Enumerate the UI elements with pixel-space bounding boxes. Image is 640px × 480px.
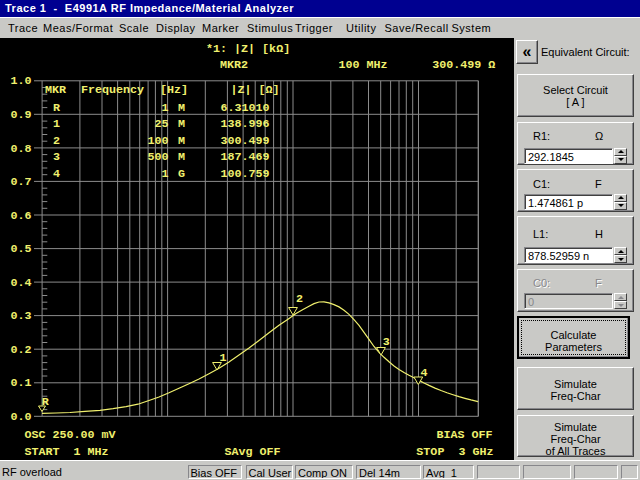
svg-text:M: M: [178, 134, 185, 148]
svg-text:25: 25: [154, 117, 168, 131]
svg-text:0.8: 0.8: [11, 142, 32, 156]
svg-text:R: R: [53, 101, 60, 115]
svg-text:STOP 3 GHz: STOP 3 GHz: [416, 445, 493, 459]
svg-text:OSC 250.00 mV: OSC 250.00 mV: [24, 428, 115, 442]
svg-text:300.499 Ω: 300.499 Ω: [432, 58, 495, 72]
svg-text:6.31010: 6.31010: [220, 101, 269, 115]
svg-text:START 1 MHz: START 1 MHz: [24, 445, 108, 459]
svg-text:0.5: 0.5: [11, 242, 32, 256]
svg-text:Frequency: Frequency: [81, 83, 144, 97]
svg-text:300.499: 300.499: [220, 134, 269, 148]
svg-text:0.6: 0.6: [11, 209, 32, 223]
svg-text:MKR: MKR: [45, 83, 66, 97]
svg-text:1: 1: [161, 101, 168, 115]
svg-text:M: M: [178, 117, 185, 131]
svg-text:0.1: 0.1: [11, 376, 32, 390]
svg-text:0.7: 0.7: [11, 175, 32, 189]
svg-text:|Z| [Ω]: |Z| [Ω]: [231, 83, 280, 97]
svg-text:0.9: 0.9: [11, 108, 32, 122]
svg-text:SAvg OFF: SAvg OFF: [224, 445, 280, 459]
svg-text:*1: |Z| [kΩ]: *1: |Z| [kΩ]: [206, 42, 290, 56]
svg-text:1: 1: [161, 167, 168, 181]
svg-text:0.4: 0.4: [11, 276, 32, 290]
svg-text:100 MHz: 100 MHz: [338, 58, 387, 72]
svg-text:4: 4: [421, 366, 428, 380]
svg-text:2: 2: [296, 292, 303, 306]
svg-text:[Hz]: [Hz]: [160, 83, 188, 97]
svg-text:1.0: 1.0: [11, 74, 32, 88]
svg-text:G: G: [178, 167, 185, 181]
svg-text:2: 2: [53, 134, 60, 148]
svg-text:BIAS OFF: BIAS OFF: [436, 428, 492, 442]
svg-text:1: 1: [53, 117, 60, 131]
svg-text:187.469: 187.469: [220, 150, 269, 164]
svg-text:M: M: [178, 101, 185, 115]
svg-text:1: 1: [220, 351, 227, 365]
svg-text:M: M: [178, 150, 185, 164]
svg-text:138.996: 138.996: [220, 117, 269, 131]
svg-text:500: 500: [147, 150, 168, 164]
svg-text:0.0: 0.0: [11, 410, 32, 424]
svg-text:0.3: 0.3: [11, 309, 32, 323]
svg-text:R: R: [42, 395, 49, 409]
svg-text:100: 100: [147, 134, 168, 148]
svg-text:3: 3: [53, 150, 60, 164]
svg-text:100.759: 100.759: [220, 167, 269, 181]
svg-text:MKR2: MKR2: [220, 58, 248, 72]
svg-text:4: 4: [53, 167, 60, 181]
svg-text:3: 3: [383, 335, 390, 349]
svg-text:0.2: 0.2: [11, 343, 32, 357]
